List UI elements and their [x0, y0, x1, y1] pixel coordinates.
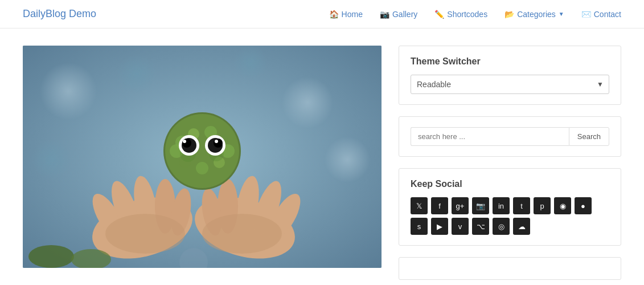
search-widget: Search — [399, 116, 621, 157]
svg-point-3 — [282, 77, 333, 128]
partial-widget — [399, 257, 621, 280]
svg-point-38 — [183, 140, 186, 143]
flickr-icon[interactable]: ● — [575, 197, 592, 214]
keep-social-widget: Keep Social 𝕏 f g+ 📷 in t p ◉ ● s ▶ v ⌥ … — [399, 168, 621, 246]
facebook-icon[interactable]: f — [431, 197, 448, 214]
nav-contact[interactable]: ✉️ Contact — [581, 10, 621, 19]
nav-gallery-label: Gallery — [392, 10, 417, 19]
rss-icon[interactable]: ◎ — [493, 218, 510, 235]
tumblr-icon[interactable]: t — [513, 197, 530, 214]
search-input[interactable] — [411, 127, 569, 146]
skype-icon[interactable]: s — [411, 218, 428, 235]
nav-shortcodes[interactable]: ✏️ Shortcodes — [434, 10, 487, 19]
vimeo-icon[interactable]: v — [452, 218, 469, 235]
main-nav: 🏠 Home 📷 Gallery ✏️ Shortcodes 📂 Categor… — [329, 10, 621, 19]
pencil-icon: ✏️ — [434, 10, 444, 19]
search-form: Search — [411, 127, 609, 146]
chevron-down-icon: ▼ — [559, 11, 564, 17]
featured-image — [23, 46, 382, 268]
nav-gallery[interactable]: 📷 Gallery — [380, 10, 417, 19]
theme-switcher-widget: Theme Switcher Readable Default Dark Lig… — [399, 46, 621, 105]
nav-contact-label: Contact — [594, 10, 621, 19]
folder-icon: 📂 — [504, 10, 514, 19]
camera-icon: 📷 — [380, 10, 389, 19]
dribbble-icon[interactable]: ◉ — [554, 197, 571, 214]
keep-social-title: Keep Social — [411, 179, 609, 189]
nav-categories-label: Categories — [517, 10, 556, 19]
soundcloud-icon[interactable]: ☁ — [513, 218, 530, 235]
social-icons-grid: 𝕏 f g+ 📷 in t p ◉ ● s ▶ v ⌥ ◎ ☁ — [411, 197, 609, 235]
site-header: DailyBlog Demo 🏠 Home 📷 Gallery ✏️ Short… — [0, 0, 644, 28]
svg-point-5 — [325, 137, 370, 182]
svg-point-41 — [214, 139, 223, 148]
svg-point-37 — [182, 139, 191, 148]
github-icon[interactable]: ⌥ — [472, 218, 489, 235]
google-plus-icon[interactable]: g+ — [452, 197, 469, 214]
envelope-icon: ✉️ — [581, 10, 591, 19]
svg-point-4 — [233, 46, 268, 80]
sidebar: Theme Switcher Readable Default Dark Lig… — [399, 46, 621, 280]
svg-point-14 — [105, 214, 185, 254]
instagram-icon[interactable]: 📷 — [472, 197, 489, 214]
nav-categories[interactable]: 📂 Categories ▼ — [504, 10, 564, 19]
main-content: Theme Switcher Readable Default Dark Lig… — [0, 28, 644, 285]
svg-point-30 — [196, 162, 208, 174]
search-button[interactable]: Search — [569, 127, 609, 146]
youtube-icon[interactable]: ▶ — [431, 218, 448, 235]
svg-point-6 — [31, 140, 71, 180]
svg-point-43 — [28, 245, 74, 268]
svg-point-42 — [215, 140, 218, 143]
linkedin-icon[interactable]: in — [493, 197, 510, 214]
site-title[interactable]: DailyBlog Demo — [23, 8, 96, 20]
home-icon: 🏠 — [329, 10, 339, 19]
nav-shortcodes-label: Shortcodes — [447, 10, 487, 19]
nav-home-label: Home — [342, 10, 363, 19]
svg-point-21 — [202, 214, 282, 254]
theme-switcher-title: Theme Switcher — [411, 56, 609, 67]
theme-select[interactable]: Readable Default Dark Light — [411, 75, 609, 94]
svg-point-2 — [117, 54, 157, 94]
svg-point-1 — [40, 63, 97, 120]
nav-home[interactable]: 🏠 Home — [329, 10, 363, 19]
theme-select-wrapper: Readable Default Dark Light ▼ — [411, 75, 609, 94]
pinterest-icon[interactable]: p — [534, 197, 551, 214]
twitter-icon[interactable]: 𝕏 — [411, 197, 428, 214]
